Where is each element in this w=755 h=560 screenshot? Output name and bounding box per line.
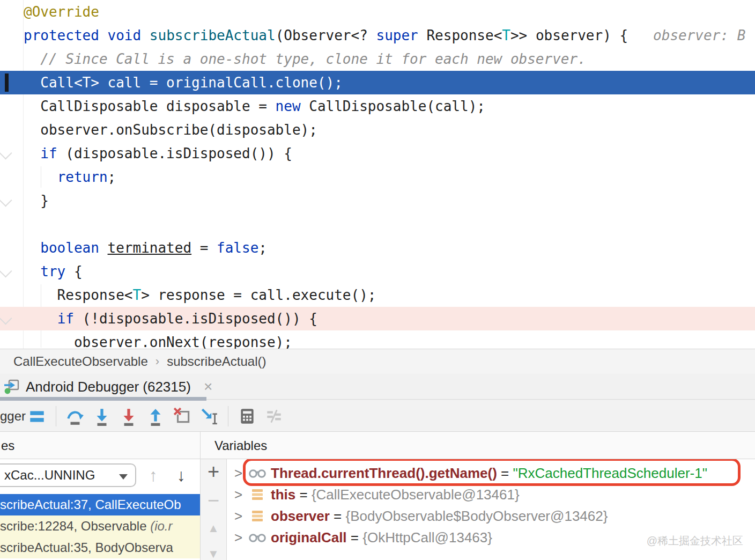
code-line[interactable]: CallDisposable disposable = new CallDisp… xyxy=(0,94,755,118)
remove-watch-button[interactable]: − xyxy=(201,489,226,512)
step-out-icon xyxy=(146,407,165,426)
dropdown-caret-icon xyxy=(119,474,128,480)
debugger-toolbar: gger xyxy=(0,401,755,432)
evaluate-expression-icon xyxy=(238,407,257,426)
step-over-button[interactable] xyxy=(65,407,85,426)
code-line[interactable] xyxy=(0,212,755,236)
step-into-icon xyxy=(92,407,112,426)
tab-close-icon[interactable]: × xyxy=(204,379,212,394)
debug-panel-headers: es Variables xyxy=(0,432,755,459)
variables-panel: > Thread.currentThread().getName() = "Rx… xyxy=(227,459,755,560)
expand-chevron-icon[interactable]: > xyxy=(234,487,248,503)
tab-label: Android Debugger (62315) xyxy=(26,379,191,395)
evaluate-expression-button[interactable] xyxy=(238,407,257,426)
code-line[interactable]: if (disposable.isDisposed()) { xyxy=(0,142,755,165)
frames-panel: xCac...UNNING ↑ ↓ scribeActual:37, CallE… xyxy=(0,459,201,560)
code-line[interactable]: protected void subscribeActual(Observer<… xyxy=(0,24,755,47)
move-watch-down-button[interactable]: ▼ xyxy=(201,547,226,560)
code-line[interactable]: observer.onNext(response); xyxy=(0,330,755,349)
watch-row-thread-name[interactable]: > Thread.currentThread().getName() = "Rx… xyxy=(227,462,755,484)
attach-debugger-icon xyxy=(3,378,20,395)
watch-expression-text: Thread.currentThread().getName() = "RxCa… xyxy=(271,465,707,482)
frames-header-partial: es xyxy=(1,438,14,453)
code-line[interactable]: // Since Call is a one-shot type, clone … xyxy=(0,47,755,71)
step-over-icon xyxy=(65,407,85,426)
code-editor[interactable]: @Override protected void subscribeActual… xyxy=(0,0,755,349)
field-icon xyxy=(248,509,267,524)
variable-row-this[interactable]: > this = {CallExecuteObservable@13461} xyxy=(227,484,755,505)
code-line[interactable]: Response<T> response = call.execute(); xyxy=(0,283,755,307)
watch-glasses-icon xyxy=(248,466,267,481)
watch-glasses-icon xyxy=(248,530,267,545)
expand-chevron-icon[interactable]: > xyxy=(234,529,248,546)
step-out-button[interactable] xyxy=(146,407,165,426)
force-step-into-icon xyxy=(119,407,138,426)
frames-view-button[interactable] xyxy=(27,407,47,426)
breadcrumb-method[interactable]: subscribeActual() xyxy=(167,354,266,369)
panel-divider[interactable] xyxy=(200,432,201,459)
stack-frame-selected[interactable]: scribeActual:37, CallExecuteOb xyxy=(0,494,201,515)
variable-row-observer[interactable]: > observer = {BodyObservable$BodyObserve… xyxy=(227,505,755,527)
run-to-cursor-button[interactable] xyxy=(199,407,219,426)
code-line[interactable]: observer.onSubscribe(disposable); xyxy=(0,118,755,142)
layout-settings-icon xyxy=(264,407,284,426)
breadcrumb: CallExecuteObservable › subscribeActual(… xyxy=(0,349,755,374)
code-line[interactable]: @Override xyxy=(0,0,755,24)
code-line[interactable]: return; xyxy=(0,165,755,189)
debugger-label-partial: gger xyxy=(0,409,24,424)
code-line-breakpoint[interactable]: if (!disposable.isDisposed()) { xyxy=(0,307,755,330)
code-line-execution-point[interactable]: Call<T> call = originalCall.clone(); xyxy=(0,71,755,94)
next-frame-button[interactable]: ↓ xyxy=(177,465,186,486)
stack-frame[interactable]: scribe:12284, Observable (io.r xyxy=(0,515,201,537)
code-line[interactable]: boolean terminated = false; xyxy=(0,236,755,260)
frames-view-icon xyxy=(27,407,47,426)
add-watch-button[interactable]: + xyxy=(201,460,226,483)
toolbar-separator xyxy=(56,406,56,426)
ide-debugger-screen: { "editor": { "lines": [ [{"t":"@Overrid… xyxy=(0,0,755,560)
variable-text: originalCall = {OkHttpCall@13463} xyxy=(271,529,492,546)
watermark: @稀土掘金技术社区 xyxy=(647,534,743,548)
drop-frame-icon xyxy=(173,407,192,426)
expand-chevron-icon[interactable]: > xyxy=(234,508,248,525)
tab-android-debugger[interactable]: Android Debugger (62315) × xyxy=(3,376,212,397)
stack-frame[interactable]: scribeActual:35, BodyObserva xyxy=(0,537,201,558)
code-line[interactable]: } xyxy=(0,189,755,212)
thread-selector-dropdown[interactable]: xCac...UNNING xyxy=(0,463,136,487)
breadcrumb-separator-icon: › xyxy=(156,355,159,369)
breadcrumb-class[interactable]: CallExecuteObservable xyxy=(13,354,148,369)
move-watch-up-button[interactable]: ▲ xyxy=(201,521,226,535)
code-line[interactable]: try { xyxy=(0,260,755,283)
toolbar-separator xyxy=(228,406,228,426)
expand-chevron-icon[interactable]: > xyxy=(234,465,248,482)
previous-frame-button[interactable]: ↑ xyxy=(149,465,158,486)
thread-selector-value: xCac...UNNING xyxy=(4,468,95,483)
field-icon xyxy=(248,487,267,502)
run-to-cursor-icon xyxy=(199,407,219,426)
force-step-into-button[interactable] xyxy=(119,407,138,426)
watches-toolbar: + − ▲ ▼ xyxy=(201,459,227,560)
variables-header: Variables xyxy=(214,438,267,453)
variable-text: observer = {BodyObservable$BodyObserver@… xyxy=(271,508,608,525)
debug-tab-bar: Android Debugger (62315) × xyxy=(0,374,755,401)
active-tab-underline xyxy=(0,397,206,401)
drop-frame-button[interactable] xyxy=(173,407,192,426)
layout-settings-button[interactable] xyxy=(264,407,284,426)
step-into-button[interactable] xyxy=(92,407,112,426)
variable-text: this = {CallExecuteObservable@13461} xyxy=(271,487,520,503)
